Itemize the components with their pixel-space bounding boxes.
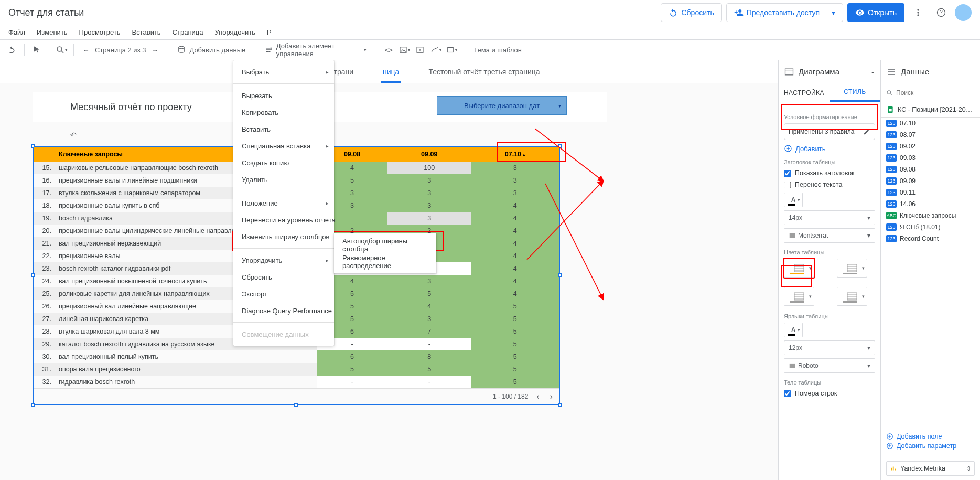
menu-view[interactable]: Просмотреть — [79, 28, 121, 36]
show-header-checkbox[interactable]: Показать заголовок — [784, 169, 875, 177]
tab-style[interactable]: СТИЛЬ — [830, 83, 880, 102]
ctx-item[interactable]: Удалить — [233, 171, 334, 188]
ctx-item[interactable]: Вырезать — [233, 87, 334, 104]
line-button[interactable]: ▾ — [429, 43, 443, 57]
ctx-item[interactable]: Упорядочить — [233, 252, 334, 269]
embed-button[interactable]: <> — [382, 43, 395, 57]
undo-button[interactable] — [5, 43, 19, 57]
cond-fmt-rules[interactable]: Применены 3 правила — [784, 123, 875, 140]
ctx-item[interactable]: Экспорт — [233, 285, 334, 302]
add-field-link[interactable]: Добавить поле — [886, 433, 975, 440]
chevron-down-icon[interactable]: ⌄ — [870, 68, 875, 75]
ctx-subitem[interactable]: Равномерное распределение — [334, 253, 436, 270]
menu-resource[interactable]: Р — [267, 28, 272, 36]
row-query: вал прецизионный полый купить — [55, 350, 317, 363]
style-sidebar: Диаграмма ⌄ НАСТРОЙКА СТИЛЬ Условное фор… — [778, 60, 880, 480]
menu-insert[interactable]: Вставить — [132, 28, 161, 36]
text-button[interactable]: A — [413, 43, 427, 57]
data-field[interactable]: 12309.09 — [881, 175, 980, 187]
tab-setup[interactable]: НАСТРОЙКА — [779, 83, 830, 102]
share-button[interactable]: Предоставить доступ ▾ — [726, 3, 843, 22]
col-header-0710[interactable]: 07.10 — [471, 147, 559, 162]
zoom-button[interactable]: ▾ — [55, 43, 68, 57]
ctx-item[interactable]: Сбросить — [233, 269, 334, 285]
next-page-button[interactable]: → — [148, 43, 161, 57]
more-options-button[interactable] — [909, 3, 928, 22]
user-avatar[interactable] — [955, 4, 972, 21]
menu-edit[interactable]: Изменить — [37, 28, 68, 36]
add-data-button[interactable]: Добавить данные — [173, 42, 250, 57]
menu-arrange[interactable]: Упорядочить — [215, 28, 255, 36]
data-source-name[interactable]: КС - Позиции [2021-2022] - Y [Спб-... — [881, 102, 980, 118]
table-header-color[interactable] — [784, 259, 814, 278]
row-font-size[interactable]: 12px▾ — [784, 340, 875, 355]
table-row[interactable]: 30.вал прецизионный полый купить685 — [34, 350, 559, 363]
shape-button[interactable]: ▾ — [445, 43, 458, 57]
row-index: 27. — [34, 313, 55, 325]
row-font-family[interactable]: Roboto▾ — [784, 358, 875, 373]
data-field[interactable]: 12309.11 — [881, 187, 980, 198]
ctx-subitem[interactable]: Автоподбор ширины столбца — [334, 237, 436, 253]
data-field[interactable]: ABCКлючевые запросы — [881, 210, 980, 221]
col-header-0909[interactable]: 09.09 — [387, 147, 471, 162]
data-field[interactable]: 123Record Count — [881, 233, 980, 244]
cond-fmt-add[interactable]: Добавить — [784, 144, 875, 153]
image-button[interactable]: ▾ — [397, 43, 411, 57]
data-field[interactable]: 12307.10 — [881, 118, 980, 129]
data-field[interactable]: 12314.06 — [881, 198, 980, 210]
header-font-family[interactable]: Montserrat▾ — [784, 228, 875, 243]
selection-tool-button[interactable] — [30, 43, 44, 57]
reset-button[interactable]: Сбросить — [661, 3, 721, 22]
add-param-link[interactable]: Добавить параметр — [886, 442, 975, 450]
share-dropdown-icon[interactable]: ▾ — [827, 8, 835, 17]
table-row-color-2[interactable] — [784, 287, 814, 306]
ctx-item[interactable]: Копировать — [233, 104, 334, 121]
ctx-item[interactable]: Выбрать — [233, 63, 334, 80]
row-font-color[interactable]: A — [784, 323, 803, 337]
ctx-item[interactable]: Специальная вставка — [233, 137, 334, 154]
search-input[interactable] — [896, 89, 975, 97]
field-search[interactable] — [881, 83, 980, 102]
canvas[interactable]: Тестовый отчёт титульная страни ница Тес… — [0, 60, 778, 480]
row-value: 4 — [471, 250, 559, 262]
ctx-item[interactable]: Вставить — [233, 121, 334, 137]
page-tab-3[interactable]: Тестовый отчёт третья страница — [426, 68, 542, 83]
data-field[interactable]: 12309.02 — [881, 141, 980, 152]
style-header[interactable]: Диаграмма ⌄ — [779, 60, 880, 83]
ctx-item[interactable]: Diagnose Query Performance — [233, 302, 334, 319]
context-submenu[interactable]: Автоподбор ширины столбцаРавномерное рас… — [334, 233, 436, 273]
data-field[interactable]: 12309.08 — [881, 164, 980, 175]
ctx-item[interactable]: Перенести на уровень отчета — [233, 211, 334, 228]
header-font-size[interactable]: 14px▾ — [784, 210, 875, 225]
pager-next[interactable]: › — [548, 392, 555, 401]
data-field[interactable]: 123Я СПб (18.01) — [881, 221, 980, 233]
table-row[interactable]: 31.опора вала прецизионного555 — [34, 363, 559, 376]
table-row-color-1[interactable] — [837, 259, 867, 278]
ctx-item[interactable]: Положение — [233, 195, 334, 211]
add-control-button[interactable]: Добавить элемент управления ▾ — [261, 42, 371, 57]
table-border-color[interactable] — [837, 287, 867, 306]
svg-text:?: ? — [940, 9, 943, 15]
help-button[interactable]: ? — [932, 3, 951, 22]
component-undo-button[interactable]: ↶ — [70, 131, 77, 139]
data-field[interactable]: 12309.03 — [881, 152, 980, 164]
yandex-metrika-source[interactable]: Yandex.Metrika ⇕ — [886, 461, 975, 476]
header-font-color[interactable]: A — [784, 193, 803, 207]
ctx-item[interactable]: Создать копию — [233, 154, 334, 171]
ctx-item[interactable]: Изменить ширину столбцов — [233, 228, 334, 245]
row-value: 5 — [471, 300, 559, 313]
theme-layout-button[interactable]: Тема и шаблон — [469, 42, 526, 57]
menu-file[interactable]: Файл — [8, 28, 25, 36]
menu-page[interactable]: Страница — [173, 28, 203, 36]
prev-page-button[interactable]: ← — [79, 43, 93, 57]
open-button[interactable]: Открыть — [847, 3, 904, 22]
context-menu[interactable]: ВыбратьВырезатьКопироватьВставитьСпециал… — [233, 60, 334, 346]
pager-prev[interactable]: ‹ — [534, 392, 541, 401]
row-numbers-checkbox[interactable]: Номера строк — [784, 390, 875, 397]
data-header[interactable]: Данные — [881, 60, 980, 83]
data-field[interactable]: 12308.07 — [881, 129, 980, 141]
table-row[interactable]: 32.гидравлика bosch rexroth--5 — [34, 376, 559, 388]
page-tab-2[interactable]: ница — [381, 68, 401, 83]
wrap-text-checkbox[interactable]: Перенос текста — [784, 181, 875, 188]
date-range-selector[interactable]: Выберите диапазон дат — [437, 96, 567, 115]
